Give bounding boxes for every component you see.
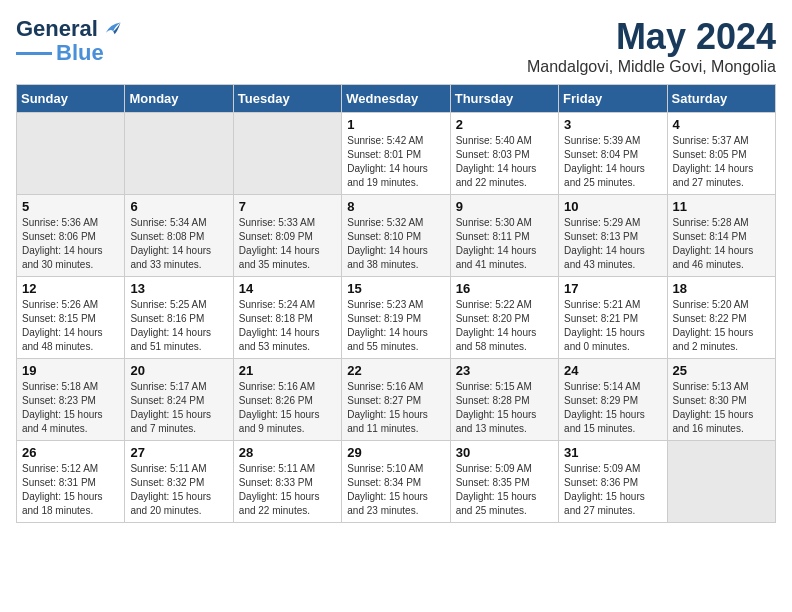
day-number: 2: [456, 117, 553, 132]
day-number: 16: [456, 281, 553, 296]
day-number: 1: [347, 117, 444, 132]
logo-blue: Blue: [56, 40, 104, 66]
day-number: 19: [22, 363, 119, 378]
day-number: 22: [347, 363, 444, 378]
day-cell: 16Sunrise: 5:22 AM Sunset: 8:20 PM Dayli…: [450, 277, 558, 359]
day-cell: [17, 113, 125, 195]
day-number: 5: [22, 199, 119, 214]
day-info: Sunrise: 5:42 AM Sunset: 8:01 PM Dayligh…: [347, 134, 444, 190]
day-info: Sunrise: 5:09 AM Sunset: 8:36 PM Dayligh…: [564, 462, 661, 518]
day-info: Sunrise: 5:16 AM Sunset: 8:26 PM Dayligh…: [239, 380, 336, 436]
day-cell: 10Sunrise: 5:29 AM Sunset: 8:13 PM Dayli…: [559, 195, 667, 277]
day-info: Sunrise: 5:17 AM Sunset: 8:24 PM Dayligh…: [130, 380, 227, 436]
day-info: Sunrise: 5:22 AM Sunset: 8:20 PM Dayligh…: [456, 298, 553, 354]
day-info: Sunrise: 5:39 AM Sunset: 8:04 PM Dayligh…: [564, 134, 661, 190]
day-number: 14: [239, 281, 336, 296]
day-cell: 21Sunrise: 5:16 AM Sunset: 8:26 PM Dayli…: [233, 359, 341, 441]
day-info: Sunrise: 5:20 AM Sunset: 8:22 PM Dayligh…: [673, 298, 770, 354]
day-cell: [125, 113, 233, 195]
day-info: Sunrise: 5:09 AM Sunset: 8:35 PM Dayligh…: [456, 462, 553, 518]
day-number: 15: [347, 281, 444, 296]
day-number: 30: [456, 445, 553, 460]
day-number: 31: [564, 445, 661, 460]
week-row-2: 5Sunrise: 5:36 AM Sunset: 8:06 PM Daylig…: [17, 195, 776, 277]
week-row-5: 26Sunrise: 5:12 AM Sunset: 8:31 PM Dayli…: [17, 441, 776, 523]
day-info: Sunrise: 5:10 AM Sunset: 8:34 PM Dayligh…: [347, 462, 444, 518]
day-number: 24: [564, 363, 661, 378]
day-info: Sunrise: 5:26 AM Sunset: 8:15 PM Dayligh…: [22, 298, 119, 354]
day-cell: 14Sunrise: 5:24 AM Sunset: 8:18 PM Dayli…: [233, 277, 341, 359]
day-number: 8: [347, 199, 444, 214]
day-info: Sunrise: 5:36 AM Sunset: 8:06 PM Dayligh…: [22, 216, 119, 272]
day-cell: 15Sunrise: 5:23 AM Sunset: 8:19 PM Dayli…: [342, 277, 450, 359]
day-number: 25: [673, 363, 770, 378]
day-cell: 24Sunrise: 5:14 AM Sunset: 8:29 PM Dayli…: [559, 359, 667, 441]
day-info: Sunrise: 5:18 AM Sunset: 8:23 PM Dayligh…: [22, 380, 119, 436]
day-cell: [667, 441, 775, 523]
week-row-4: 19Sunrise: 5:18 AM Sunset: 8:23 PM Dayli…: [17, 359, 776, 441]
week-row-3: 12Sunrise: 5:26 AM Sunset: 8:15 PM Dayli…: [17, 277, 776, 359]
header-day-thursday: Thursday: [450, 85, 558, 113]
day-cell: 11Sunrise: 5:28 AM Sunset: 8:14 PM Dayli…: [667, 195, 775, 277]
day-info: Sunrise: 5:13 AM Sunset: 8:30 PM Dayligh…: [673, 380, 770, 436]
logo-line: [16, 52, 52, 55]
day-cell: 12Sunrise: 5:26 AM Sunset: 8:15 PM Dayli…: [17, 277, 125, 359]
header-day-tuesday: Tuesday: [233, 85, 341, 113]
day-cell: 23Sunrise: 5:15 AM Sunset: 8:28 PM Dayli…: [450, 359, 558, 441]
day-info: Sunrise: 5:11 AM Sunset: 8:33 PM Dayligh…: [239, 462, 336, 518]
header-day-friday: Friday: [559, 85, 667, 113]
day-cell: 31Sunrise: 5:09 AM Sunset: 8:36 PM Dayli…: [559, 441, 667, 523]
day-number: 4: [673, 117, 770, 132]
day-info: Sunrise: 5:25 AM Sunset: 8:16 PM Dayligh…: [130, 298, 227, 354]
day-number: 9: [456, 199, 553, 214]
logo-bird-icon: [100, 18, 122, 40]
day-cell: 20Sunrise: 5:17 AM Sunset: 8:24 PM Dayli…: [125, 359, 233, 441]
days-header-row: SundayMondayTuesdayWednesdayThursdayFrid…: [17, 85, 776, 113]
day-number: 6: [130, 199, 227, 214]
title-area: May 2024 Mandalgovi, Middle Govi, Mongol…: [527, 16, 776, 76]
day-number: 11: [673, 199, 770, 214]
day-number: 21: [239, 363, 336, 378]
day-number: 26: [22, 445, 119, 460]
header-day-saturday: Saturday: [667, 85, 775, 113]
day-cell: 2Sunrise: 5:40 AM Sunset: 8:03 PM Daylig…: [450, 113, 558, 195]
day-number: 29: [347, 445, 444, 460]
day-number: 23: [456, 363, 553, 378]
day-info: Sunrise: 5:14 AM Sunset: 8:29 PM Dayligh…: [564, 380, 661, 436]
logo-general: General: [16, 16, 98, 42]
day-info: Sunrise: 5:15 AM Sunset: 8:28 PM Dayligh…: [456, 380, 553, 436]
day-cell: 30Sunrise: 5:09 AM Sunset: 8:35 PM Dayli…: [450, 441, 558, 523]
day-cell: 1Sunrise: 5:42 AM Sunset: 8:01 PM Daylig…: [342, 113, 450, 195]
day-info: Sunrise: 5:32 AM Sunset: 8:10 PM Dayligh…: [347, 216, 444, 272]
day-info: Sunrise: 5:11 AM Sunset: 8:32 PM Dayligh…: [130, 462, 227, 518]
day-number: 17: [564, 281, 661, 296]
day-number: 18: [673, 281, 770, 296]
day-number: 10: [564, 199, 661, 214]
day-cell: 7Sunrise: 5:33 AM Sunset: 8:09 PM Daylig…: [233, 195, 341, 277]
day-info: Sunrise: 5:33 AM Sunset: 8:09 PM Dayligh…: [239, 216, 336, 272]
day-cell: 4Sunrise: 5:37 AM Sunset: 8:05 PM Daylig…: [667, 113, 775, 195]
day-number: 27: [130, 445, 227, 460]
day-info: Sunrise: 5:16 AM Sunset: 8:27 PM Dayligh…: [347, 380, 444, 436]
day-cell: 17Sunrise: 5:21 AM Sunset: 8:21 PM Dayli…: [559, 277, 667, 359]
header: General Blue May 2024 Mandalgovi, Middle…: [16, 16, 776, 76]
day-info: Sunrise: 5:23 AM Sunset: 8:19 PM Dayligh…: [347, 298, 444, 354]
header-day-sunday: Sunday: [17, 85, 125, 113]
day-number: 20: [130, 363, 227, 378]
day-number: 3: [564, 117, 661, 132]
day-cell: [233, 113, 341, 195]
day-cell: 25Sunrise: 5:13 AM Sunset: 8:30 PM Dayli…: [667, 359, 775, 441]
day-info: Sunrise: 5:30 AM Sunset: 8:11 PM Dayligh…: [456, 216, 553, 272]
day-cell: 28Sunrise: 5:11 AM Sunset: 8:33 PM Dayli…: [233, 441, 341, 523]
day-info: Sunrise: 5:34 AM Sunset: 8:08 PM Dayligh…: [130, 216, 227, 272]
day-info: Sunrise: 5:37 AM Sunset: 8:05 PM Dayligh…: [673, 134, 770, 190]
header-day-wednesday: Wednesday: [342, 85, 450, 113]
day-number: 13: [130, 281, 227, 296]
day-cell: 26Sunrise: 5:12 AM Sunset: 8:31 PM Dayli…: [17, 441, 125, 523]
header-day-monday: Monday: [125, 85, 233, 113]
day-number: 28: [239, 445, 336, 460]
day-cell: 5Sunrise: 5:36 AM Sunset: 8:06 PM Daylig…: [17, 195, 125, 277]
day-cell: 19Sunrise: 5:18 AM Sunset: 8:23 PM Dayli…: [17, 359, 125, 441]
day-cell: 9Sunrise: 5:30 AM Sunset: 8:11 PM Daylig…: [450, 195, 558, 277]
day-cell: 6Sunrise: 5:34 AM Sunset: 8:08 PM Daylig…: [125, 195, 233, 277]
